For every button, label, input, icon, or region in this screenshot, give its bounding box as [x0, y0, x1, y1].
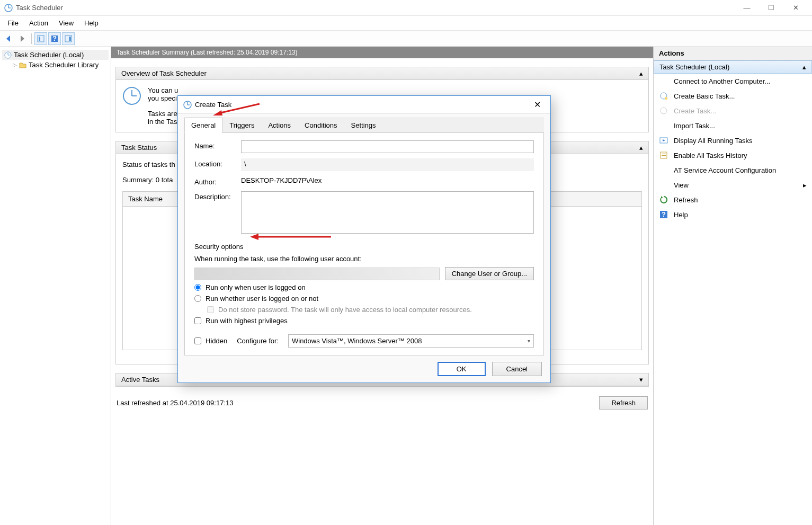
location-value: \ [241, 158, 534, 171]
run-whether-radio[interactable] [194, 295, 201, 302]
dialog-title: Create Task [195, 101, 231, 109]
help-icon: ? [659, 210, 668, 219]
minimize-button[interactable]: — [735, 0, 759, 16]
highest-priv-label: Run with highest privileges [206, 317, 288, 325]
do-not-store-label: Do not store password. The task will onl… [218, 306, 472, 314]
folder-icon [19, 61, 26, 69]
back-button[interactable] [2, 32, 15, 45]
running-icon [659, 136, 668, 145]
collapse-icon[interactable]: ▴ [639, 144, 643, 152]
clock-icon [4, 51, 12, 59]
svg-text:?: ? [662, 210, 666, 218]
cancel-button[interactable]: Cancel [492, 362, 542, 376]
tab-actions[interactable]: Actions [261, 118, 298, 133]
tree-root[interactable]: Task Scheduler (Local) [2, 50, 109, 60]
clock-icon [183, 101, 192, 109]
description-input[interactable] [241, 191, 534, 234]
when-running-label: When running the task, use the following… [194, 255, 534, 263]
action-connect-label: Connect to Another Computer... [674, 77, 770, 85]
svg-rect-21 [662, 155, 666, 156]
menu-action[interactable]: Action [24, 17, 53, 29]
action-enable-history-label: Enable All Tasks History [674, 152, 747, 159]
chevron-down-icon: ▾ [528, 338, 530, 344]
run-whether-label: Run whether user is logged on or not [206, 295, 318, 302]
overview-text1: You can u [148, 86, 178, 94]
toolbar-scope-icon[interactable] [34, 32, 47, 45]
action-display-running-label: Display All Running Tasks [674, 137, 753, 145]
ok-button[interactable]: OK [438, 362, 486, 376]
actions-header: Actions [654, 47, 812, 60]
tab-general[interactable]: General [184, 118, 222, 133]
svg-rect-20 [662, 154, 666, 154]
expand-icon[interactable]: ▷ [13, 62, 17, 68]
app-icon [4, 4, 13, 12]
close-button[interactable]: ✕ [783, 0, 808, 16]
action-import[interactable]: Import Task... [654, 118, 812, 133]
task-icon [659, 106, 668, 115]
overview-title: Overview of Task Scheduler [121, 69, 207, 77]
action-refresh[interactable]: Refresh [654, 192, 812, 207]
menu-file[interactable]: File [2, 17, 24, 29]
menu-bar: File Action View Help [0, 16, 812, 31]
window-titlebar: Task Scheduler — ☐ ✕ [0, 0, 812, 16]
chevron-up-icon: ▴ [802, 63, 806, 71]
tree-library-label: Task Scheduler Library [29, 61, 99, 69]
tree-root-label: Task Scheduler (Local) [14, 51, 84, 59]
collapse-icon[interactable]: ▴ [639, 69, 643, 77]
toolbar-actions-icon[interactable] [62, 32, 75, 45]
action-connect[interactable]: Connect to Another Computer... [654, 74, 812, 88]
run-logged-on-label: Run only when user is logged on [206, 283, 306, 291]
action-create-basic[interactable]: Create Basic Task... [654, 88, 812, 103]
menu-view[interactable]: View [53, 17, 79, 29]
description-label: Description: [194, 191, 235, 201]
refresh-button[interactable]: Refresh [599, 396, 648, 410]
change-user-button[interactable]: Change User or Group... [445, 267, 534, 280]
maximize-button[interactable]: ☐ [759, 0, 783, 16]
name-label: Name: [194, 140, 235, 150]
highest-priv-checkbox[interactable] [194, 317, 201, 324]
overview-text2: you speci [148, 94, 177, 102]
menu-help[interactable]: Help [79, 17, 104, 29]
history-icon [659, 150, 668, 160]
task-status-title: Task Status [121, 144, 157, 152]
hidden-label: Hidden [206, 337, 227, 345]
navigation-tree: Task Scheduler (Local) ▷ Task Scheduler … [0, 47, 111, 525]
window-title: Task Scheduler [16, 4, 735, 12]
overview-text3: Tasks are [148, 110, 177, 118]
hidden-checkbox[interactable] [194, 337, 201, 344]
last-refreshed-label: Last refreshed at 25.04.2019 09:17:13 [117, 399, 233, 407]
action-at-service[interactable]: AT Service Account Configuration [654, 163, 812, 177]
action-create-task[interactable]: Create Task... [654, 103, 812, 118]
tab-conditions[interactable]: Conditions [298, 118, 344, 133]
actions-context-label: Task Scheduler (Local) [659, 63, 729, 71]
svg-rect-8 [69, 37, 71, 41]
forward-button[interactable] [16, 32, 29, 45]
action-view[interactable]: View ▸ [654, 177, 812, 192]
action-display-running[interactable]: Display All Running Tasks [654, 133, 812, 148]
action-view-label: View [674, 181, 689, 189]
dialog-titlebar: Create Task ✕ [178, 96, 550, 114]
svg-rect-4 [39, 37, 40, 41]
action-help[interactable]: ? Help [654, 207, 812, 222]
configure-for-label: Configure for: [237, 337, 279, 345]
dialog-close-button[interactable]: ✕ [529, 100, 545, 110]
action-enable-history[interactable]: Enable All Tasks History [654, 148, 812, 163]
author-label: Author: [194, 176, 235, 186]
configure-for-select[interactable]: Windows Vista™, Windows Server™ 2008 ▾ [288, 334, 534, 348]
tab-settings[interactable]: Settings [344, 118, 383, 133]
security-options-label: Security options [194, 243, 534, 251]
name-input[interactable] [241, 140, 534, 153]
run-logged-on-radio[interactable] [194, 284, 201, 291]
dialog-tabs: General Triggers Actions Conditions Sett… [184, 117, 544, 133]
svg-rect-3 [38, 35, 44, 42]
tree-library[interactable]: ▷ Task Scheduler Library [2, 60, 109, 70]
toolbar-help-icon[interactable]: ? [48, 32, 61, 45]
action-import-label: Import Task... [674, 122, 715, 130]
actions-context[interactable]: Task Scheduler (Local) ▴ [654, 60, 812, 74]
svg-rect-16 [665, 97, 667, 100]
collapse-icon[interactable]: ▾ [639, 376, 643, 384]
svg-text:?: ? [52, 35, 57, 42]
tab-triggers[interactable]: Triggers [222, 118, 261, 133]
wizard-icon [659, 91, 668, 101]
chevron-right-icon: ▸ [803, 181, 807, 189]
